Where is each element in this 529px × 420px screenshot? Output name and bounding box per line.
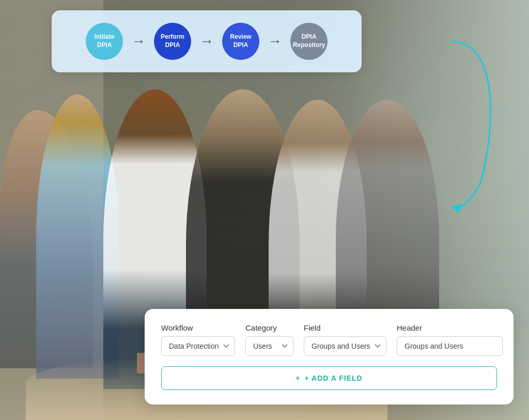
field-label: Field xyxy=(304,323,386,332)
step-circle-repository: DPIA Repository xyxy=(290,23,328,60)
workflow-step-review: Review DPIA xyxy=(222,23,259,60)
add-field-label: + ADD A FIELD xyxy=(305,374,363,382)
workflow-label: Workflow xyxy=(161,323,235,332)
header-label: Header xyxy=(397,323,503,332)
category-field-col: Category Users Admins Groups xyxy=(245,323,293,356)
arrow-1: → xyxy=(131,33,146,50)
category-label: Category xyxy=(245,323,293,332)
form-fields-row: Workflow Data Protection HR Finance Lega… xyxy=(161,323,497,356)
workflow-step-repository: DPIA Repository xyxy=(290,23,328,60)
step-circle-initiate: Initiate DPIA xyxy=(86,23,123,60)
add-field-button[interactable]: + + ADD A FIELD xyxy=(161,366,497,390)
workflow-field-col: Workflow Data Protection HR Finance Lega… xyxy=(161,323,235,356)
workflow-select[interactable]: Data Protection HR Finance Legal xyxy=(161,336,235,356)
header-field-col: Header xyxy=(397,323,503,356)
step-circle-review: Review DPIA xyxy=(222,23,259,60)
curved-arrow-decoration xyxy=(441,31,503,212)
field-select[interactable]: Groups and Users User Name Email xyxy=(304,336,386,356)
arrow-3: → xyxy=(268,33,282,50)
step-circle-perform: Perform DPIA xyxy=(154,23,191,60)
workflow-panel: Initiate DPIA → Perform DPIA → Review DP… xyxy=(52,10,362,72)
svg-marker-0 xyxy=(452,204,462,212)
category-select[interactable]: Users Admins Groups xyxy=(245,336,293,356)
field-field-col: Field Groups and Users User Name Email xyxy=(304,323,386,356)
form-panel: Workflow Data Protection HR Finance Lega… xyxy=(145,309,514,405)
workflow-step-initiate: Initiate DPIA xyxy=(86,23,123,60)
arrow-2: → xyxy=(199,33,214,50)
add-field-icon: + xyxy=(295,374,300,382)
workflow-step-perform: Perform DPIA xyxy=(154,23,191,60)
header-input[interactable] xyxy=(397,336,503,356)
